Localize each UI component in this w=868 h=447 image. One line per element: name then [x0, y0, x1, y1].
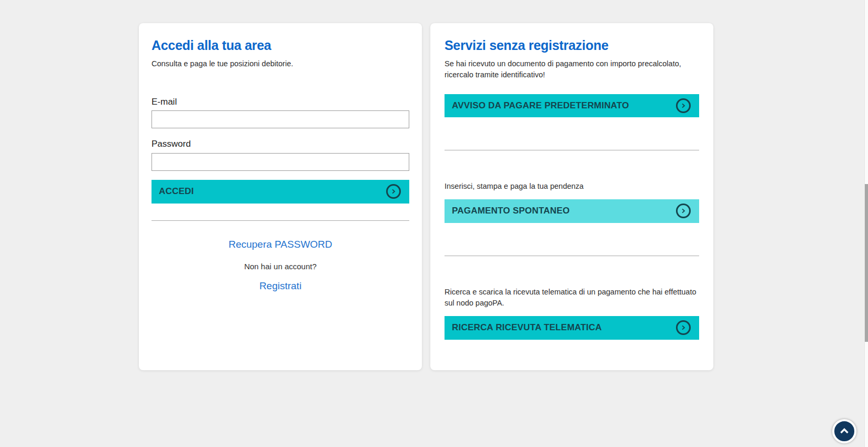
pagamento-spontaneo-label: PAGAMENTO SPONTANEO: [452, 206, 570, 216]
login-links-block: Recupera PASSWORD Non hai un account? Re…: [152, 221, 409, 292]
pagamento-spontaneo-button[interactable]: PAGAMENTO SPONTANEO: [445, 199, 699, 223]
scrollbar-track[interactable]: [864, 0, 868, 447]
login-button-label: ACCEDI: [159, 186, 194, 197]
no-account-text: Non hai un account?: [152, 262, 409, 271]
services-divider: [445, 150, 699, 150]
chevron-right-circle-icon: [676, 320, 691, 335]
register-link[interactable]: Registrati: [259, 280, 301, 292]
services-divider: [445, 256, 699, 256]
email-field[interactable]: [152, 110, 409, 128]
password-label: Password: [152, 139, 409, 149]
ricerca-ricevuta-label: RICERCA RICEVUTA TELEMATICA: [452, 322, 602, 333]
service-description: Inserisci, stampa e paga la tua pendenza: [445, 181, 699, 192]
scroll-to-top-button[interactable]: [832, 419, 856, 443]
recover-password-link[interactable]: Recupera PASSWORD: [228, 239, 332, 250]
avviso-predeterminato-label: AVVISO DA PAGARE PREDETERMINATO: [452, 100, 629, 111]
service-description: Se hai ricevuto un documento di pagament…: [445, 58, 699, 80]
chevron-right-circle-icon: [676, 98, 691, 113]
chevron-up-icon: [838, 425, 851, 438]
ricerca-ricevuta-button[interactable]: RICERCA RICEVUTA TELEMATICA: [445, 316, 699, 340]
services-card: Servizi senza registrazione Se hai ricev…: [430, 23, 713, 370]
chevron-right-circle-icon: [386, 184, 401, 199]
login-button[interactable]: ACCEDI: [152, 180, 409, 204]
chevron-right-circle-icon: [676, 204, 691, 218]
scrollbar-thumb[interactable]: [865, 184, 868, 342]
email-label: E-mail: [152, 97, 409, 107]
service-description: Ricerca e scarica la ricevuta telematica…: [445, 287, 699, 309]
avviso-predeterminato-button[interactable]: AVVISO DA PAGARE PREDETERMINATO: [445, 94, 699, 117]
services-card-title: Servizi senza registrazione: [445, 38, 699, 53]
login-card-subtitle: Consulta e paga le tue posizioni debitor…: [152, 58, 409, 69]
password-field[interactable]: [152, 153, 409, 171]
login-card-title: Accedi alla tua area: [152, 38, 409, 53]
login-card: Accedi alla tua area Consulta e paga le …: [139, 23, 422, 370]
